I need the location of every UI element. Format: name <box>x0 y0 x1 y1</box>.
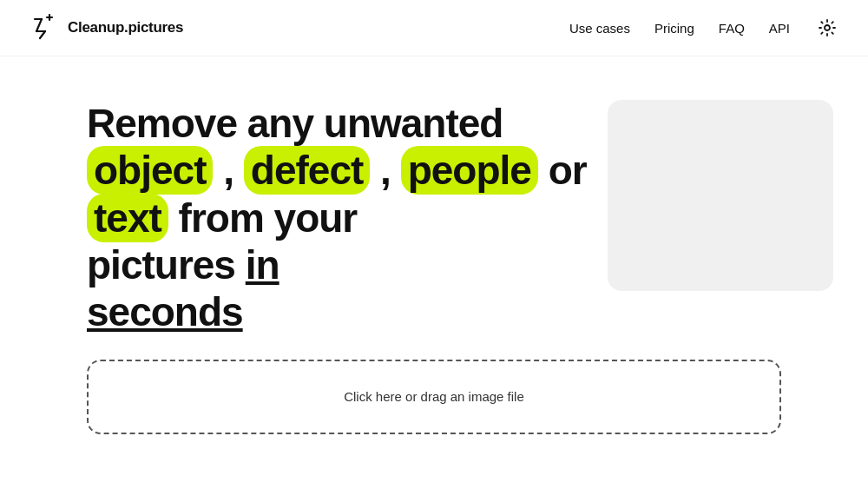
upload-dropzone[interactable]: Click here or drag an image file <box>87 360 781 434</box>
settings-button[interactable] <box>814 15 840 41</box>
top-row: Remove any unwanted object , defect , pe… <box>0 56 868 353</box>
logo-icon <box>28 12 59 43</box>
svg-point-6 <box>825 25 830 30</box>
logo-text: Cleanup.pictures <box>68 19 183 36</box>
svg-line-3 <box>40 31 45 38</box>
comma1-text: , <box>223 148 244 193</box>
svg-line-1 <box>36 19 42 31</box>
gear-icon <box>818 18 837 37</box>
hero-section: Remove any unwanted object , defect , pe… <box>87 100 556 335</box>
upload-label: Click here or drag an image file <box>344 389 524 404</box>
highlight-text: text <box>87 194 168 242</box>
seconds-text: seconds <box>87 289 243 334</box>
headline-line1: Remove any unwanted <box>87 101 503 146</box>
header: Cleanup.pictures Use cases Pricing FAQ A… <box>0 0 868 56</box>
headline: Remove any unwanted object , defect , pe… <box>87 100 556 335</box>
nav-api[interactable]: API <box>769 21 790 36</box>
comma1 <box>213 148 223 193</box>
navigation: Use cases Pricing FAQ API <box>569 15 840 41</box>
highlight-people: people <box>401 146 538 195</box>
main-content: Remove any unwanted object , defect , pe… <box>0 56 868 434</box>
upload-section: Click here or drag an image file <box>0 360 868 434</box>
logo[interactable]: Cleanup.pictures <box>28 12 183 43</box>
nav-use-cases[interactable]: Use cases <box>569 21 630 36</box>
image-preview <box>608 100 833 291</box>
highlight-object: object <box>87 146 213 195</box>
or-text: or <box>549 148 587 193</box>
nav-pricing[interactable]: Pricing <box>654 21 694 36</box>
highlight-defect: defect <box>244 146 370 195</box>
nav-faq[interactable]: FAQ <box>719 21 745 36</box>
comma2-text: , <box>370 148 400 193</box>
